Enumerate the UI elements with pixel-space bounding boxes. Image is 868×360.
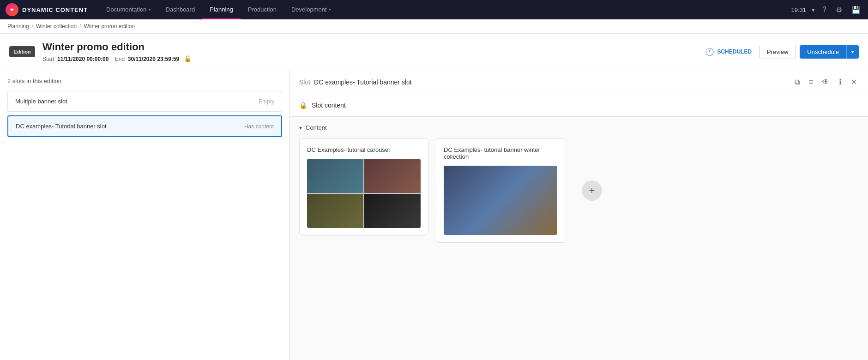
nav-item-development[interactable]: Development ▾: [284, 0, 338, 19]
card-image-banner: [444, 166, 557, 235]
nav-items: Documentation ▾ Dashboard Planning Produ…: [99, 0, 791, 19]
unschedule-dropdown-button[interactable]: ▾: [846, 45, 859, 59]
list-icon[interactable]: ≡: [807, 76, 815, 88]
topnav: ✦ DYNAMIC CONTENT Documentation ▾ Dashbo…: [0, 0, 868, 19]
slot-content-section: 🔒 Slot content: [290, 94, 868, 117]
content-section-header[interactable]: ▾ Content: [299, 124, 859, 131]
slot-status-multiple: Empty: [259, 98, 274, 105]
brand-name: DYNAMIC CONTENT: [22, 6, 88, 13]
slot-name-dc: DC examples- Tutorial banner slot: [16, 123, 107, 130]
gear-icon[interactable]: ⚙: [834, 4, 844, 16]
info-icon[interactable]: ℹ: [837, 76, 844, 88]
slots-header: 2 slots in this edition: [7, 78, 282, 84]
content-section: ▾ Content DC Examples- tutorial carousel: [290, 117, 868, 250]
nav-item-planning[interactable]: Planning: [202, 0, 241, 19]
img-cell-4: [364, 194, 421, 228]
add-content-button[interactable]: +: [582, 180, 602, 201]
card-title-banner: DC Examples- tutorial banner winter coll…: [444, 146, 557, 160]
left-panel: 2 slots in this edition Multiple banner …: [0, 70, 290, 360]
chevron-down-icon: ▾: [329, 7, 331, 12]
slot-item-multiple-banner[interactable]: Multiple banner slot Empty: [7, 91, 282, 112]
clock-time: 19:31: [791, 6, 807, 13]
cards-container: DC Examples- tutorial carousel DC Exampl…: [299, 138, 859, 243]
start-label: Start: [42, 56, 54, 62]
slot-name-display: DC examples- Tutorial banner slot: [314, 78, 412, 86]
content-label: Content: [306, 124, 327, 131]
eye-icon[interactable]: 👁: [820, 76, 832, 88]
page-title: Winter promo edition: [42, 41, 192, 53]
breadcrumb-winter-collection[interactable]: Winter collection: [36, 23, 77, 30]
breadcrumb: Planning / Winter collection / Winter pr…: [0, 19, 868, 34]
img-cell-2: [364, 159, 421, 193]
card-title-carousel: DC Examples- tutorial carousel: [307, 146, 421, 153]
breadcrumb-sep1: /: [32, 23, 33, 30]
panel-actions: ⧉ ≡ 👁 ℹ ✕: [793, 76, 859, 88]
page-meta: Start 11/11/2020 00:00:00 End 30/11/2020…: [42, 55, 192, 62]
slot-label: Slot: [299, 78, 310, 86]
nav-item-dashboard[interactable]: Dashboard: [158, 0, 203, 19]
nav-item-documentation[interactable]: Documentation ▾: [99, 0, 158, 19]
card-image-carousel: [307, 159, 421, 228]
img-cell-1: [307, 159, 363, 193]
right-panel-header: Slot DC examples- Tutorial banner slot ⧉…: [290, 70, 868, 94]
copy-icon[interactable]: ⧉: [793, 76, 802, 88]
start-date: 11/11/2020 00:00:00: [57, 56, 108, 62]
unschedule-button[interactable]: Unschedule: [800, 45, 846, 59]
slot-item-dc-tutorial[interactable]: DC examples- Tutorial banner slot Has co…: [7, 115, 282, 137]
page-header-left: Edition Winter promo edition Start 11/11…: [9, 41, 192, 62]
scheduled-badge: 🕐 SCHEDULED: [705, 48, 752, 56]
close-icon[interactable]: ✕: [849, 76, 859, 88]
chevron-down-icon: ▾: [149, 7, 151, 12]
unschedule-btn-group: Unschedule ▾: [800, 45, 859, 59]
main-layout: 2 slots in this edition Multiple banner …: [0, 70, 868, 360]
brand-logo-icon: ✦: [6, 3, 18, 16]
chevron-down-icon: ▾: [299, 125, 302, 131]
breadcrumb-current: Winter promo edition: [84, 23, 135, 30]
save-icon[interactable]: 💾: [850, 4, 862, 16]
slot-content-label: Slot content: [312, 102, 346, 109]
nav-item-production[interactable]: Production: [241, 0, 284, 19]
right-panel: Slot DC examples- Tutorial banner slot ⧉…: [290, 70, 868, 360]
content-card-banner-winter[interactable]: DC Examples- tutorial banner winter coll…: [436, 138, 565, 243]
help-icon[interactable]: ?: [820, 4, 828, 16]
breadcrumb-planning[interactable]: Planning: [7, 23, 29, 30]
dropdown-arrow-icon[interactable]: ▾: [812, 6, 815, 13]
end-date: 30/11/2020 23:59:59: [128, 56, 179, 62]
end-label: End: [115, 56, 125, 62]
img-cell-3: [307, 194, 363, 228]
breadcrumb-sep2: /: [79, 23, 81, 30]
slot-name-multiple: Multiple banner slot: [15, 98, 67, 105]
topnav-right: 19:31 ▾ ? ⚙ 💾: [791, 4, 862, 16]
page-header: Edition Winter promo edition Start 11/11…: [0, 34, 868, 70]
lock-small-icon: 🔒: [299, 102, 307, 109]
content-card-carousel[interactable]: DC Examples- tutorial carousel: [299, 138, 428, 236]
brand: ✦ DYNAMIC CONTENT: [6, 3, 88, 16]
slot-title: Slot DC examples- Tutorial banner slot: [299, 78, 412, 86]
page-header-right: 🕐 SCHEDULED Preview Unschedule ▾: [705, 45, 859, 59]
preview-button[interactable]: Preview: [759, 45, 796, 59]
lock-icon[interactable]: 🔒: [184, 55, 192, 62]
edition-badge: Edition: [9, 46, 35, 57]
scheduled-label: SCHEDULED: [717, 48, 752, 55]
slot-status-dc: Has content: [244, 123, 274, 130]
scheduled-clock-icon: 🕐: [705, 48, 714, 56]
